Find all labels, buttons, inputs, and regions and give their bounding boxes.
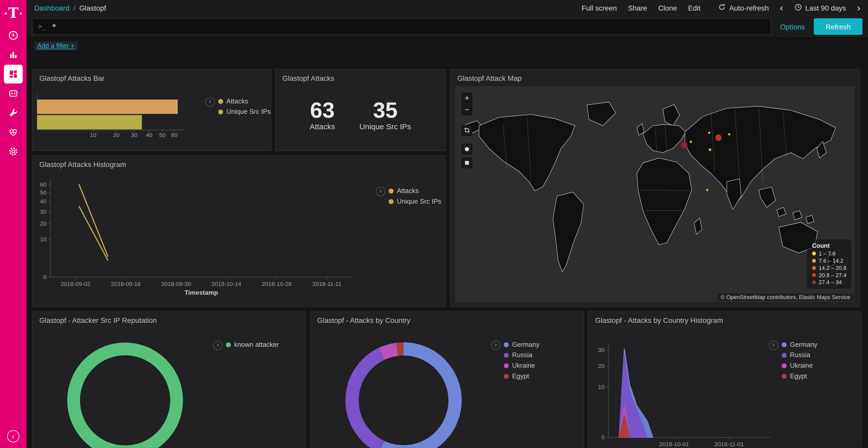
legend-items: GermanyRussiaUkraineEgypt bbox=[504, 341, 539, 380]
polygon-tool-button[interactable] bbox=[462, 144, 472, 154]
legend-item[interactable]: Ukraine bbox=[782, 361, 817, 369]
country-area-chart[interactable]: 01020302018-10-012018-11-01Timestamp bbox=[588, 329, 862, 448]
refresh-button[interactable]: Refresh bbox=[814, 18, 863, 35]
edit-button[interactable]: Edit bbox=[688, 4, 701, 12]
map-legend-dot bbox=[812, 273, 816, 277]
chevron-left-icon: ‹ bbox=[12, 431, 14, 441]
panel-title: Glastopf - Attacks by Country Histogram bbox=[588, 312, 861, 326]
legend-item[interactable]: Russia bbox=[504, 351, 539, 359]
svg-text:10: 10 bbox=[598, 384, 604, 390]
panel-attacks-metric: Glastopf Attacks 63 Attacks 35 Unique Sr… bbox=[275, 69, 445, 151]
legend-toggle-icon[interactable]: › bbox=[206, 97, 215, 107]
auto-refresh-button[interactable]: Auto-refresh bbox=[718, 3, 769, 12]
legend-color-dot bbox=[218, 109, 223, 114]
panel-title: Glastopf Attack Map bbox=[451, 70, 859, 83]
map-legend-label: 1 – 7.6 bbox=[819, 250, 836, 257]
panel-title: Glastopf - Attacks by Country bbox=[311, 312, 583, 326]
legend-label: Ukraine bbox=[512, 361, 535, 369]
sidebar-item-monitoring[interactable] bbox=[0, 122, 27, 142]
legend-item[interactable]: Russia bbox=[782, 351, 817, 359]
legend-item[interactable]: known attacker bbox=[226, 341, 279, 348]
time-range-picker[interactable]: Last 90 days bbox=[794, 3, 846, 12]
attacks-bar-chart[interactable]: 102030405060 bbox=[33, 85, 205, 150]
legend-toggle-icon[interactable]: › bbox=[491, 341, 500, 350]
breadcrumb-dashboard-link[interactable]: Dashboard bbox=[34, 4, 69, 12]
map-legend-dot bbox=[812, 280, 816, 284]
reputation-donut-chart[interactable] bbox=[33, 329, 215, 448]
legend-color-dot bbox=[504, 352, 509, 357]
attack-marker bbox=[715, 134, 722, 141]
crop-tool-button[interactable] bbox=[462, 125, 472, 136]
legend-items: AttacksUnique Src IPs bbox=[389, 187, 441, 205]
legend-item[interactable]: Unique Src IPs bbox=[389, 198, 441, 205]
map-legend-item: 1 – 7.6 bbox=[812, 250, 846, 257]
legend-color-dot bbox=[782, 363, 786, 368]
legend-item[interactable]: Egypt bbox=[782, 372, 817, 380]
world-map[interactable] bbox=[455, 86, 855, 302]
wrench-icon bbox=[8, 107, 19, 118]
legend-items: known attacker bbox=[226, 341, 279, 348]
bar-chart-icon bbox=[8, 49, 19, 60]
query-text: * bbox=[52, 22, 56, 31]
dashboard-grid: Glastopf Attacks Bar 102030405060 › Atta… bbox=[27, 59, 868, 448]
sidebar-item-dashboard[interactable] bbox=[0, 64, 27, 83]
panel-title: Glastopf - Attacker Src IP Reputation bbox=[33, 312, 305, 326]
legend-label: Egypt bbox=[790, 372, 807, 380]
top-navbar: Dashboard/Glastopf Full screen Share Clo… bbox=[27, 0, 868, 15]
legend-item[interactable]: Unique Src IPs bbox=[218, 108, 271, 115]
sidebar-item-discover[interactable] bbox=[0, 26, 27, 45]
breadcrumb-separator: / bbox=[73, 4, 75, 12]
sidebar-item-visualize[interactable] bbox=[0, 45, 27, 64]
legend-item[interactable]: Ukraine bbox=[504, 361, 539, 369]
sidebar-item-devtools[interactable] bbox=[0, 103, 27, 122]
legend-toggle-icon[interactable]: › bbox=[376, 187, 385, 196]
telekom-logo: T bbox=[5, 0, 22, 26]
breadcrumb: Dashboard/Glastopf bbox=[34, 4, 106, 12]
legend-items: AttacksUnique Src IPs bbox=[218, 97, 271, 115]
share-button[interactable]: Share bbox=[628, 4, 647, 12]
rectangle-tool-button[interactable] bbox=[462, 158, 472, 168]
attacks-histogram-chart[interactable]: 01020304050602018-09-022018-09-162018-09… bbox=[33, 171, 376, 304]
legend-toggle-icon[interactable]: › bbox=[769, 341, 778, 350]
country-donut-chart[interactable] bbox=[311, 329, 493, 448]
query-bar: >_ * Options Refresh bbox=[27, 15, 868, 38]
svg-text:20: 20 bbox=[598, 363, 604, 369]
fullscreen-button[interactable]: Full screen bbox=[582, 4, 617, 12]
mask-icon bbox=[8, 88, 19, 99]
zoom-out-button[interactable]: − bbox=[462, 105, 472, 115]
sidebar-item-honeypot[interactable] bbox=[0, 83, 27, 103]
legend-item[interactable]: Attacks bbox=[389, 187, 441, 195]
panel-attack-map: Glastopf Attack Map bbox=[450, 69, 860, 307]
attack-marker bbox=[708, 131, 710, 134]
svg-text:60: 60 bbox=[171, 132, 178, 138]
time-prev-chevron[interactable]: ‹ bbox=[780, 3, 783, 12]
clone-button[interactable]: Clone bbox=[658, 4, 677, 12]
legend-item[interactable]: Egypt bbox=[504, 372, 539, 380]
svg-text:60: 60 bbox=[40, 181, 46, 188]
map-legend-dot bbox=[812, 259, 816, 263]
legend-item[interactable]: Attacks bbox=[218, 97, 271, 105]
map-toolbar: + − bbox=[462, 93, 472, 168]
panel-attacks-by-country-histogram: Glastopf - Attacks by Country Histogram … bbox=[588, 311, 862, 448]
add-filter-link[interactable]: Add a filter + bbox=[34, 41, 78, 50]
sidebar-collapse-button[interactable]: ‹ bbox=[7, 430, 20, 442]
map-legend-item: 27.4 – 34 bbox=[812, 279, 846, 285]
legend-item[interactable]: Germany bbox=[782, 341, 817, 348]
search-query-input[interactable]: >_ * bbox=[32, 18, 771, 35]
time-next-chevron[interactable]: › bbox=[857, 3, 860, 12]
zoom-in-button[interactable]: + bbox=[462, 93, 472, 103]
map-canvas[interactable]: + − Count 1 – 7.67.6 – 14.214.2 – 20.820… bbox=[455, 86, 855, 302]
topbar-actions: Full screen Share Clone Edit Auto-refres… bbox=[582, 3, 860, 12]
legend-color-dot bbox=[782, 342, 786, 347]
legend-item[interactable]: Germany bbox=[504, 341, 539, 348]
sidebar-item-management[interactable] bbox=[0, 142, 27, 161]
legend-toggle-icon[interactable]: › bbox=[213, 341, 222, 350]
legend-color-dot bbox=[504, 374, 509, 379]
metric-label: Unique Src IPs bbox=[359, 122, 411, 131]
legend-items: GermanyRussiaUkraineEgypt bbox=[782, 341, 817, 380]
query-options-link[interactable]: Options bbox=[780, 23, 805, 31]
svg-text:2018-11-01: 2018-11-01 bbox=[715, 441, 744, 447]
panel-src-ip-reputation: Glastopf - Attacker Src IP Reputation › … bbox=[32, 311, 306, 448]
metric-row: 63 Attacks 35 Unique Src IPs bbox=[276, 98, 445, 131]
legend-label: Russia bbox=[790, 351, 810, 359]
